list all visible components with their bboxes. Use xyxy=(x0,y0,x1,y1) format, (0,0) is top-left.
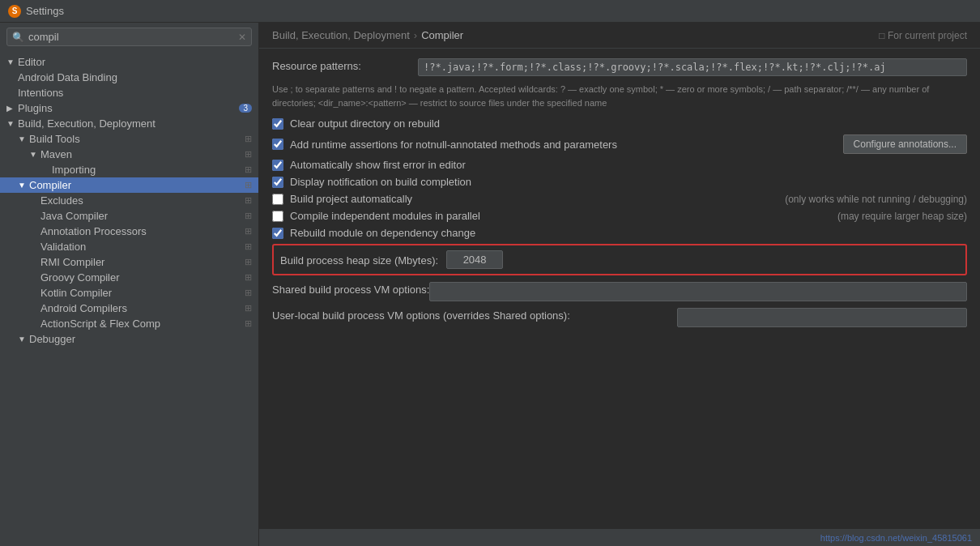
search-icon: 🔍 xyxy=(12,32,24,43)
shared-vm-row: Shared build process VM options: xyxy=(272,282,967,301)
sidebar-item-kotlin-compiler[interactable]: ▶ Kotlin Compiler ⊞ xyxy=(0,285,258,301)
status-bar: https://blog.csdn.net/weixin_45815061 xyxy=(259,528,980,546)
debugger-label: Debugger xyxy=(29,333,252,345)
heap-size-input[interactable] xyxy=(446,250,503,269)
app-icon: S xyxy=(8,5,21,18)
sidebar-item-actionscript[interactable]: ▶ ActionScript & Flex Comp ⊞ xyxy=(0,316,258,331)
compiler-label: Compiler xyxy=(29,179,245,191)
breadcrumb-current: Compiler xyxy=(421,29,463,41)
editor-label: Editor xyxy=(18,56,252,68)
window-title: Settings xyxy=(26,5,64,17)
android-compilers-config-icon: ⊞ xyxy=(245,303,252,314)
sidebar-item-validation[interactable]: ▶ Validation ⊞ xyxy=(0,239,258,254)
display-notification-checkbox[interactable] xyxy=(272,177,283,188)
auto-show-error-label: Automatically show first error in editor xyxy=(290,159,967,171)
shared-vm-input[interactable] xyxy=(429,282,967,301)
sidebar-item-android-data-binding[interactable]: Android Data Binding xyxy=(0,70,258,85)
resource-patterns-input[interactable] xyxy=(418,58,967,76)
runtime-assertions-row: Add runtime assertions for notnull-annot… xyxy=(272,134,967,154)
search-box: 🔍 ✕ xyxy=(6,28,252,46)
java-compiler-label: Java Compiler xyxy=(40,210,245,222)
left-panel: 🔍 ✕ ▼ Editor Android Data Binding Intent… xyxy=(0,23,259,546)
maven-config-icon: ⊞ xyxy=(245,149,252,160)
kotlin-compiler-label: Kotlin Compiler xyxy=(40,287,245,299)
compile-parallel-checkbox[interactable] xyxy=(272,211,283,222)
importing-label: Importing xyxy=(52,164,245,176)
build-auto-row: Build project automatically (only works … xyxy=(272,193,967,205)
rebuild-dependency-row: Rebuild module on dependency change xyxy=(272,227,967,239)
breadcrumb-separator: › xyxy=(414,29,417,41)
user-vm-label: User-local build process VM options (ove… xyxy=(272,308,677,322)
validation-label: Validation xyxy=(40,241,245,253)
project-label: For current project xyxy=(888,30,967,41)
sidebar-item-intentions[interactable]: Intentions xyxy=(0,85,258,100)
sidebar-item-android-compilers[interactable]: ▶ Android Compilers ⊞ xyxy=(0,301,258,316)
heap-size-label: Build process heap size (Mbytes): xyxy=(280,253,438,267)
configure-annotations-button[interactable]: Configure annotations... xyxy=(843,134,967,154)
plugins-badge: 3 xyxy=(239,104,252,113)
compiler-config-icon: ⊞ xyxy=(245,180,252,190)
groovy-config-icon: ⊞ xyxy=(245,272,252,283)
user-vm-row: User-local build process VM options (ove… xyxy=(272,308,967,327)
runtime-assertions-checkbox[interactable] xyxy=(272,139,283,150)
status-url: https://blog.csdn.net/weixin_45815061 xyxy=(820,533,972,543)
sidebar-item-groovy-compiler[interactable]: ▶ Groovy Compiler ⊞ xyxy=(0,270,258,285)
rmi-compiler-label: RMI Compiler xyxy=(40,256,245,268)
build-tools-label: Build Tools xyxy=(29,133,245,145)
kotlin-config-icon: ⊞ xyxy=(245,288,252,298)
project-icon: □ xyxy=(879,30,884,41)
groovy-compiler-label: Groovy Compiler xyxy=(40,271,245,284)
plugins-label: Plugins xyxy=(18,102,234,114)
heap-size-row: Build process heap size (Mbytes): xyxy=(272,244,967,275)
auto-show-error-checkbox[interactable] xyxy=(272,160,283,171)
validation-config-icon: ⊞ xyxy=(245,241,252,252)
resource-patterns-row: Resource patterns: xyxy=(272,58,967,76)
sidebar-item-annotation-processors[interactable]: ▶ Annotation Processors ⊞ xyxy=(0,224,258,239)
excludes-label: Excludes xyxy=(40,194,245,207)
sidebar-item-rmi-compiler[interactable]: ▶ RMI Compiler ⊞ xyxy=(0,254,258,270)
sidebar-item-build-execution[interactable]: ▼ Build, Execution, Deployment xyxy=(0,116,258,131)
compile-parallel-note: (may require larger heap size) xyxy=(837,211,967,222)
main-container: 🔍 ✕ ▼ Editor Android Data Binding Intent… xyxy=(0,23,980,546)
clear-output-label: Clear output directory on rebuild xyxy=(290,117,967,130)
rebuild-dependency-checkbox[interactable] xyxy=(272,228,283,239)
excludes-config-icon: ⊞ xyxy=(245,195,252,206)
runtime-assertions-label: Add runtime assertions for notnull-annot… xyxy=(290,139,829,151)
content-area: Resource patterns: Use ; to separate pat… xyxy=(259,49,980,528)
search-clear-button[interactable]: ✕ xyxy=(238,32,246,43)
right-panel: Build, Execution, Deployment › Compiler … xyxy=(259,23,980,546)
rmi-config-icon: ⊞ xyxy=(245,257,252,267)
sidebar-item-debugger[interactable]: ▼ Debugger xyxy=(0,331,258,347)
sidebar-item-compiler[interactable]: ▼ Compiler ⊞ xyxy=(0,177,258,193)
android-data-binding-label: Android Data Binding xyxy=(18,71,252,83)
build-tools-config-icon: ⊞ xyxy=(245,134,252,144)
intentions-label: Intentions xyxy=(18,87,252,99)
user-vm-input[interactable] xyxy=(677,308,967,327)
sidebar-item-editor[interactable]: ▼ Editor xyxy=(0,54,258,70)
display-notification-row: Display notification on build completion xyxy=(272,176,967,188)
actionscript-config-icon: ⊞ xyxy=(245,318,252,329)
search-input[interactable] xyxy=(28,31,238,43)
java-compiler-config-icon: ⊞ xyxy=(245,211,252,221)
sidebar-item-importing[interactable]: ▶ Importing ⊞ xyxy=(0,162,258,177)
breadcrumb-parent: Build, Execution, Deployment xyxy=(272,29,410,41)
clear-output-checkbox[interactable] xyxy=(272,118,283,130)
breadcrumb-project: □ For current project xyxy=(879,30,967,41)
compile-parallel-row: Compile independent modules in parallel … xyxy=(272,210,967,222)
actionscript-label: ActionScript & Flex Comp xyxy=(40,318,245,330)
sidebar-item-maven[interactable]: ▼ Maven ⊞ xyxy=(0,147,258,162)
sidebar-item-build-tools[interactable]: ▼ Build Tools ⊞ xyxy=(0,131,258,147)
sidebar-item-java-compiler[interactable]: ▶ Java Compiler ⊞ xyxy=(0,208,258,224)
annotation-config-icon: ⊞ xyxy=(245,226,252,237)
build-auto-label: Build project automatically xyxy=(290,193,770,205)
shared-vm-label: Shared build process VM options: xyxy=(272,282,429,296)
settings-tree: ▼ Editor Android Data Binding Intentions… xyxy=(0,51,258,546)
sidebar-item-plugins[interactable]: ▶ Plugins 3 xyxy=(0,100,258,116)
breadcrumb: Build, Execution, Deployment › Compiler … xyxy=(259,23,980,49)
android-compilers-label: Android Compilers xyxy=(40,302,245,314)
resource-patterns-label: Resource patterns: xyxy=(272,58,418,72)
build-execution-label: Build, Execution, Deployment xyxy=(18,117,252,130)
titlebar: S Settings xyxy=(0,0,980,23)
sidebar-item-excludes[interactable]: ▶ Excludes ⊞ xyxy=(0,193,258,208)
build-auto-checkbox[interactable] xyxy=(272,194,283,205)
